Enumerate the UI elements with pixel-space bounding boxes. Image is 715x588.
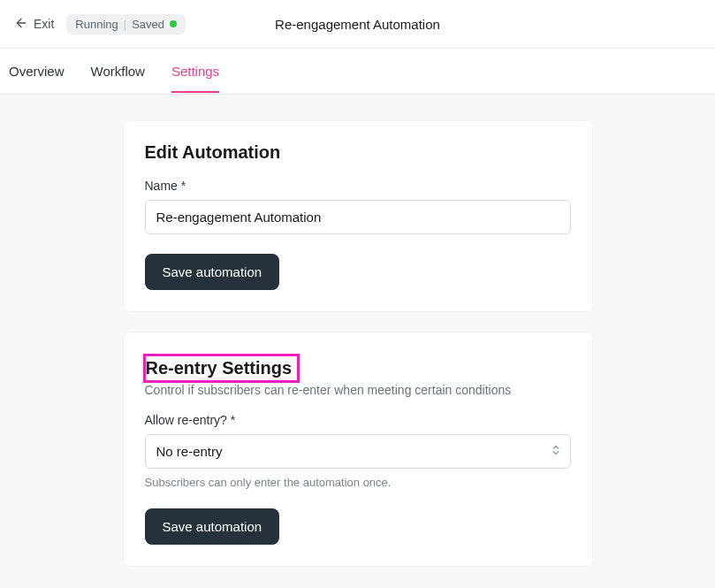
status-badge: Running | Saved xyxy=(66,14,186,34)
arrow-left-icon xyxy=(14,16,28,33)
exit-label: Exit xyxy=(34,17,54,31)
content-area: Edit Automation Name * Save automation R… xyxy=(0,95,715,588)
allow-reentry-helper: Subscribers can only enter the automatio… xyxy=(145,476,571,489)
allow-reentry-select[interactable]: No re-entry xyxy=(145,434,571,469)
name-label: Name * xyxy=(145,179,571,193)
save-button-reentry[interactable]: Save automation xyxy=(145,508,280,545)
exit-button[interactable]: Exit xyxy=(9,12,59,36)
status-dot-icon xyxy=(170,20,177,27)
highlight-box: Re-entry Settings xyxy=(143,354,300,383)
tab-settings[interactable]: Settings xyxy=(171,50,219,93)
tab-overview[interactable]: Overview xyxy=(9,50,65,93)
status-badge-saved: Saved xyxy=(132,18,164,31)
card-reentry-subtitle: Control if subscribers can re-enter when… xyxy=(145,383,571,397)
save-button-edit[interactable]: Save automation xyxy=(145,254,280,290)
card-edit-heading: Edit Automation xyxy=(145,142,571,163)
card-reentry-heading: Re-entry Settings xyxy=(146,358,293,378)
card-reentry-settings: Re-entry Settings Control if subscribers… xyxy=(124,332,592,566)
allow-reentry-select-wrap: No re-entry xyxy=(145,434,571,469)
page-title: Re-engagement Automation xyxy=(275,17,440,32)
header-bar: Exit Running | Saved Re-engagement Autom… xyxy=(0,0,715,49)
tab-workflow[interactable]: Workflow xyxy=(91,50,145,93)
status-badge-separator: | xyxy=(124,18,126,31)
status-badge-running: Running xyxy=(75,18,118,31)
name-input[interactable] xyxy=(145,200,571,234)
tabs-bar: Overview Workflow Settings xyxy=(0,49,715,95)
allow-reentry-label: Allow re-entry? * xyxy=(145,413,571,427)
card-edit-automation: Edit Automation Name * Save automation xyxy=(124,121,592,311)
